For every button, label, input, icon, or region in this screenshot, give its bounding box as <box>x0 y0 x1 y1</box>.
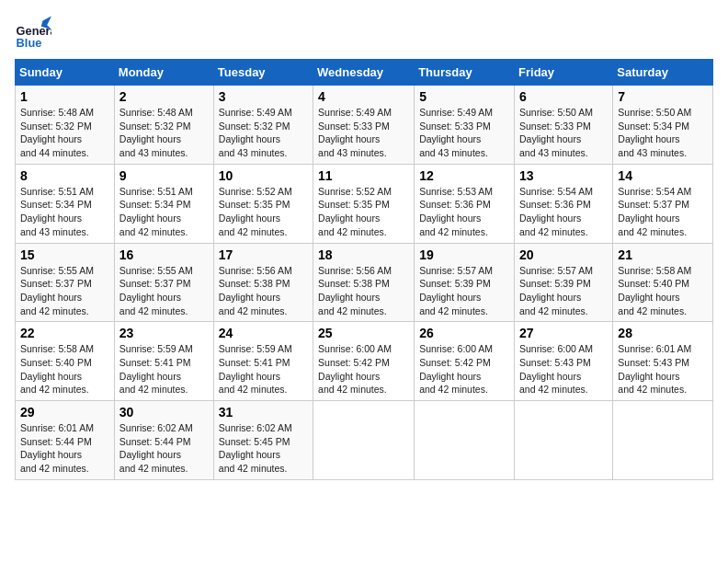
day-number: 31 <box>219 405 308 419</box>
day-info: Sunrise: 6:00 AMSunset: 5:42 PMDaylight … <box>419 343 493 395</box>
day-number: 27 <box>519 326 608 340</box>
calendar-cell: 28 Sunrise: 6:01 AMSunset: 5:43 PMDaylig… <box>613 322 713 401</box>
day-info: Sunrise: 5:55 AMSunset: 5:37 PMDaylight … <box>119 265 193 316</box>
day-number: 1 <box>20 89 109 104</box>
calendar-cell: 18 Sunrise: 5:56 AMSunset: 5:38 PMDaylig… <box>313 243 415 322</box>
day-number: 29 <box>20 405 109 419</box>
calendar-cell: 12 Sunrise: 5:53 AMSunset: 5:36 PMDaylig… <box>415 164 515 243</box>
day-number: 20 <box>519 247 608 262</box>
day-number: 22 <box>20 326 109 340</box>
weekday-header-tuesday: Tuesday <box>213 60 313 86</box>
calendar-table: SundayMondayTuesdayWednesdayThursdayFrid… <box>15 59 713 480</box>
day-info: Sunrise: 5:48 AMSunset: 5:32 PMDaylight … <box>20 107 94 158</box>
calendar-cell <box>613 401 713 480</box>
day-number: 3 <box>219 89 308 104</box>
day-number: 19 <box>419 247 509 262</box>
day-number: 23 <box>119 326 209 340</box>
weekday-header-thursday: Thursday <box>415 60 515 86</box>
calendar-cell: 20 Sunrise: 5:57 AMSunset: 5:39 PMDaylig… <box>515 243 613 322</box>
day-number: 10 <box>219 168 308 183</box>
calendar-cell: 8 Sunrise: 5:51 AMSunset: 5:34 PMDayligh… <box>16 164 115 243</box>
calendar-cell: 31 Sunrise: 6:02 AMSunset: 5:45 PMDaylig… <box>213 401 313 480</box>
calendar-week-row: 1 Sunrise: 5:48 AMSunset: 5:32 PMDayligh… <box>16 86 713 165</box>
header: General Blue <box>15 15 713 52</box>
calendar-cell: 6 Sunrise: 5:50 AMSunset: 5:33 PMDayligh… <box>515 86 613 165</box>
day-number: 13 <box>519 168 608 183</box>
day-number: 15 <box>20 247 109 262</box>
day-info: Sunrise: 6:01 AMSunset: 5:43 PMDaylight … <box>618 343 691 395</box>
weekday-header-row: SundayMondayTuesdayWednesdayThursdayFrid… <box>16 60 713 86</box>
calendar-cell: 27 Sunrise: 6:00 AMSunset: 5:43 PMDaylig… <box>515 322 613 401</box>
calendar-week-row: 29 Sunrise: 6:01 AMSunset: 5:44 PMDaylig… <box>16 401 713 480</box>
day-number: 28 <box>618 326 708 340</box>
day-info: Sunrise: 5:57 AMSunset: 5:39 PMDaylight … <box>519 265 593 316</box>
calendar-cell: 19 Sunrise: 5:57 AMSunset: 5:39 PMDaylig… <box>415 243 515 322</box>
day-info: Sunrise: 6:00 AMSunset: 5:42 PMDaylight … <box>318 343 392 395</box>
calendar-week-row: 8 Sunrise: 5:51 AMSunset: 5:34 PMDayligh… <box>16 164 713 243</box>
calendar-cell: 30 Sunrise: 6:02 AMSunset: 5:44 PMDaylig… <box>114 401 213 480</box>
calendar-week-row: 22 Sunrise: 5:58 AMSunset: 5:40 PMDaylig… <box>16 322 713 401</box>
calendar-cell: 16 Sunrise: 5:55 AMSunset: 5:37 PMDaylig… <box>114 243 213 322</box>
day-info: Sunrise: 5:59 AMSunset: 5:41 PMDaylight … <box>119 343 193 395</box>
calendar-cell: 24 Sunrise: 5:59 AMSunset: 5:41 PMDaylig… <box>213 322 313 401</box>
calendar-cell: 29 Sunrise: 6:01 AMSunset: 5:44 PMDaylig… <box>16 401 115 480</box>
calendar-cell: 11 Sunrise: 5:52 AMSunset: 5:35 PMDaylig… <box>313 164 415 243</box>
day-info: Sunrise: 5:48 AMSunset: 5:32 PMDaylight … <box>119 107 193 158</box>
day-info: Sunrise: 5:55 AMSunset: 5:37 PMDaylight … <box>20 265 94 316</box>
calendar-cell: 3 Sunrise: 5:49 AMSunset: 5:32 PMDayligh… <box>213 86 313 165</box>
calendar-cell: 7 Sunrise: 5:50 AMSunset: 5:34 PMDayligh… <box>613 86 713 165</box>
day-number: 21 <box>618 247 708 262</box>
day-number: 12 <box>419 168 509 183</box>
calendar-cell: 2 Sunrise: 5:48 AMSunset: 5:32 PMDayligh… <box>114 86 213 165</box>
day-number: 17 <box>219 247 308 262</box>
calendar-cell <box>515 401 613 480</box>
day-info: Sunrise: 5:49 AMSunset: 5:33 PMDaylight … <box>419 107 493 158</box>
day-number: 30 <box>119 405 209 419</box>
day-info: Sunrise: 5:58 AMSunset: 5:40 PMDaylight … <box>618 265 691 316</box>
calendar-cell: 15 Sunrise: 5:55 AMSunset: 5:37 PMDaylig… <box>16 243 115 322</box>
day-info: Sunrise: 5:56 AMSunset: 5:38 PMDaylight … <box>318 265 392 316</box>
day-number: 2 <box>119 89 209 104</box>
calendar-cell: 17 Sunrise: 5:56 AMSunset: 5:38 PMDaylig… <box>213 243 313 322</box>
day-number: 25 <box>318 326 409 340</box>
day-info: Sunrise: 6:02 AMSunset: 5:44 PMDaylight … <box>119 422 193 474</box>
svg-text:Blue: Blue <box>17 36 42 50</box>
weekday-header-wednesday: Wednesday <box>313 60 415 86</box>
day-info: Sunrise: 6:02 AMSunset: 5:45 PMDaylight … <box>219 422 292 474</box>
calendar-week-row: 15 Sunrise: 5:55 AMSunset: 5:37 PMDaylig… <box>16 243 713 322</box>
day-info: Sunrise: 5:51 AMSunset: 5:34 PMDaylight … <box>20 186 94 237</box>
day-number: 5 <box>419 89 509 104</box>
calendar-cell: 13 Sunrise: 5:54 AMSunset: 5:36 PMDaylig… <box>515 164 613 243</box>
day-info: Sunrise: 5:58 AMSunset: 5:40 PMDaylight … <box>20 343 94 395</box>
weekday-header-saturday: Saturday <box>613 60 713 86</box>
calendar-cell <box>313 401 415 480</box>
calendar-cell: 5 Sunrise: 5:49 AMSunset: 5:33 PMDayligh… <box>415 86 515 165</box>
day-number: 6 <box>519 89 608 104</box>
calendar-cell: 26 Sunrise: 6:00 AMSunset: 5:42 PMDaylig… <box>415 322 515 401</box>
day-info: Sunrise: 5:49 AMSunset: 5:32 PMDaylight … <box>219 107 292 158</box>
day-info: Sunrise: 5:54 AMSunset: 5:36 PMDaylight … <box>519 186 593 237</box>
day-number: 24 <box>219 326 308 340</box>
day-number: 8 <box>20 168 109 183</box>
day-info: Sunrise: 5:57 AMSunset: 5:39 PMDaylight … <box>419 265 493 316</box>
day-info: Sunrise: 5:52 AMSunset: 5:35 PMDaylight … <box>219 186 292 237</box>
calendar-cell: 4 Sunrise: 5:49 AMSunset: 5:33 PMDayligh… <box>313 86 415 165</box>
calendar-cell: 14 Sunrise: 5:54 AMSunset: 5:37 PMDaylig… <box>613 164 713 243</box>
day-info: Sunrise: 5:52 AMSunset: 5:35 PMDaylight … <box>318 186 392 237</box>
day-number: 14 <box>618 168 708 183</box>
day-info: Sunrise: 5:59 AMSunset: 5:41 PMDaylight … <box>219 343 292 395</box>
calendar-cell: 23 Sunrise: 5:59 AMSunset: 5:41 PMDaylig… <box>114 322 213 401</box>
day-number: 18 <box>318 247 409 262</box>
day-number: 16 <box>119 247 209 262</box>
day-info: Sunrise: 5:51 AMSunset: 5:34 PMDaylight … <box>119 186 193 237</box>
day-info: Sunrise: 6:01 AMSunset: 5:44 PMDaylight … <box>20 422 94 474</box>
day-info: Sunrise: 5:50 AMSunset: 5:33 PMDaylight … <box>519 107 593 158</box>
calendar-cell: 25 Sunrise: 6:00 AMSunset: 5:42 PMDaylig… <box>313 322 415 401</box>
weekday-header-sunday: Sunday <box>16 60 115 86</box>
day-number: 7 <box>618 89 708 104</box>
calendar-cell: 10 Sunrise: 5:52 AMSunset: 5:35 PMDaylig… <box>213 164 313 243</box>
weekday-header-friday: Friday <box>515 60 613 86</box>
calendar-cell: 9 Sunrise: 5:51 AMSunset: 5:34 PMDayligh… <box>114 164 213 243</box>
calendar-cell <box>415 401 515 480</box>
day-info: Sunrise: 5:53 AMSunset: 5:36 PMDaylight … <box>419 186 493 237</box>
